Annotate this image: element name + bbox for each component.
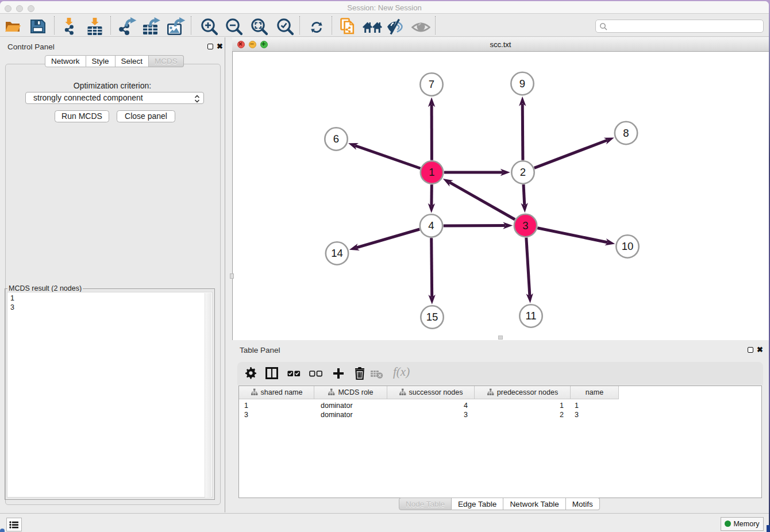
svg-text:2: 2 <box>520 166 526 178</box>
svg-text:6: 6 <box>333 133 339 145</box>
svg-text:7: 7 <box>429 78 434 90</box>
svg-text:1: 1 <box>429 166 434 178</box>
svg-text:3: 3 <box>522 219 528 232</box>
svg-text:8: 8 <box>623 127 629 139</box>
svg-text:11: 11 <box>525 310 536 322</box>
svg-text:10: 10 <box>622 240 634 252</box>
svg-text:15: 15 <box>426 311 438 323</box>
svg-text:4: 4 <box>428 219 434 232</box>
svg-text:9: 9 <box>519 78 525 90</box>
svg-text:14: 14 <box>331 247 343 259</box>
